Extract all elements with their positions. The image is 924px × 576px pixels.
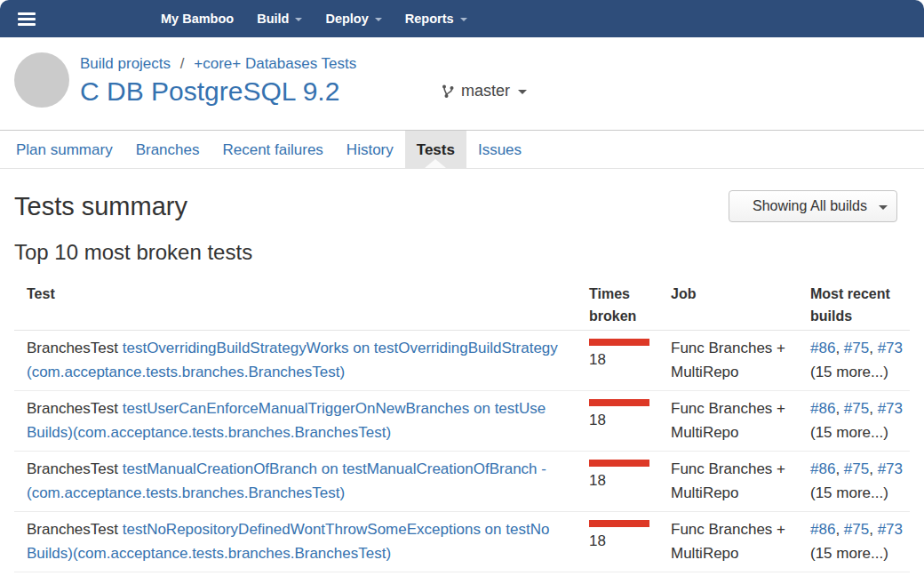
chevron-down-icon (375, 18, 382, 21)
plan-tabs: Plan summary Branches Recent failures Hi… (0, 130, 924, 169)
times-broken-value: 18 (589, 351, 606, 368)
test-class: BranchesTest (27, 460, 118, 477)
main-content: Tests summary Showing All builds Top 10 … (0, 190, 924, 572)
breadcrumb-separator: / (180, 55, 185, 72)
build-link[interactable]: #73 (878, 400, 903, 417)
test-class: BranchesTest (27, 521, 118, 538)
nav-my-bamboo-label: My Bamboo (161, 12, 234, 26)
branch-selector[interactable]: master (442, 82, 527, 100)
test-row: BranchesTest testManualCreationOfBranch … (14, 452, 910, 512)
build-link[interactable]: #73 (878, 521, 903, 538)
top-navbar: My Bamboo Build Deploy Reports (0, 0, 924, 37)
bamboo-app: My Bamboo Build Deploy Reports Build pro… (0, 0, 924, 576)
build-link[interactable]: #86 (810, 521, 835, 538)
build-link[interactable]: #86 (810, 340, 835, 356)
build-link[interactable]: #75 (844, 521, 869, 538)
more-builds: (15 more...) (810, 481, 910, 505)
avatar (14, 52, 69, 108)
col-most-recent-builds: Most recent builds (798, 274, 910, 331)
plan-header: Build projects / +core+ Databases Tests … (0, 37, 924, 130)
build-link[interactable]: #73 (878, 340, 903, 356)
test-row: BranchesTest testOverridingBuildStrategy… (14, 331, 910, 391)
chevron-down-icon (460, 18, 467, 21)
broken-bar (589, 399, 649, 406)
test-row: BranchesTest testUserCanEnforceManualTri… (14, 391, 910, 452)
tab-recent-failures[interactable]: Recent failures (211, 131, 334, 168)
broken-bar (589, 520, 649, 527)
tab-branches[interactable]: Branches (124, 131, 211, 168)
job-cell: Func Branches + MultiRepo (658, 512, 798, 572)
tab-plan-summary[interactable]: Plan summary (4, 131, 124, 168)
nav-build-label: Build (257, 12, 289, 26)
build-link[interactable]: #73 (878, 460, 903, 477)
times-broken-value: 18 (589, 472, 606, 489)
test-row: BranchesTest testNoRepositoryDefinedWont… (14, 512, 910, 572)
breadcrumb-project[interactable]: +core+ Databases Tests (194, 55, 356, 72)
nav-reports-label: Reports (405, 12, 454, 26)
tab-issues[interactable]: Issues (466, 131, 533, 168)
job-cell: Func Branches + MultiRepo (658, 391, 798, 452)
broken-bar (589, 339, 649, 346)
nav-deploy-label: Deploy (325, 12, 368, 26)
chevron-down-icon (879, 205, 888, 210)
menu-icon[interactable] (18, 10, 36, 28)
build-link[interactable]: #86 (810, 460, 835, 477)
test-class: BranchesTest (27, 400, 118, 417)
more-builds: (15 more...) (810, 360, 910, 384)
breadcrumb: Build projects / +core+ Databases Tests (80, 55, 356, 73)
build-link[interactable]: #75 (844, 340, 869, 356)
col-times-broken: Times broken (577, 274, 658, 331)
nav-build[interactable]: Build (245, 12, 314, 26)
build-link[interactable]: #75 (844, 460, 869, 477)
showing-builds-label: Showing All builds (753, 198, 867, 214)
nav-items: My Bamboo Build Deploy Reports (149, 12, 479, 26)
tests-summary-heading: Tests summary (14, 192, 187, 221)
branch-name: master (461, 82, 510, 100)
broken-tests-table: Test Times broken Job Most recent builds… (14, 274, 910, 572)
nav-reports[interactable]: Reports (394, 12, 479, 26)
top-broken-tests-heading: Top 10 most broken tests (14, 240, 910, 265)
nav-my-bamboo[interactable]: My Bamboo (149, 12, 245, 26)
chevron-down-icon (295, 18, 302, 21)
col-job: Job (658, 274, 798, 331)
test-class: BranchesTest (27, 340, 118, 356)
job-cell: Func Branches + MultiRepo (658, 331, 798, 391)
tab-history[interactable]: History (335, 131, 405, 168)
chevron-down-icon (518, 90, 527, 94)
breadcrumb-build-projects[interactable]: Build projects (80, 55, 171, 72)
showing-builds-dropdown[interactable]: Showing All builds (729, 190, 897, 222)
times-broken-value: 18 (589, 412, 606, 428)
more-builds: (15 more...) (810, 541, 910, 565)
times-broken-value: 18 (589, 532, 606, 549)
table-header-row: Test Times broken Job Most recent builds (14, 274, 910, 331)
build-link[interactable]: #86 (810, 400, 835, 417)
more-builds: (15 more...) (810, 420, 910, 444)
nav-deploy[interactable]: Deploy (314, 12, 393, 26)
broken-bar (589, 460, 649, 467)
git-branch-icon (442, 84, 455, 99)
job-cell: Func Branches + MultiRepo (658, 452, 798, 512)
page-title: C DB PostgreSQL 9.2 (80, 76, 356, 107)
tab-tests[interactable]: Tests (405, 131, 466, 168)
col-test: Test (14, 274, 577, 331)
build-link[interactable]: #75 (844, 400, 869, 417)
